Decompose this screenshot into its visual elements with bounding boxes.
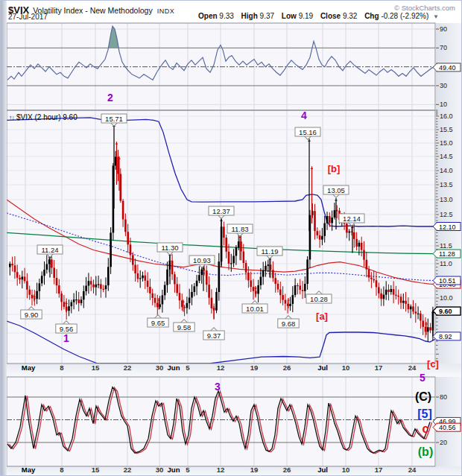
svg-text:9.65: 9.65 [151, 319, 165, 327]
x-label-15: 15 [92, 466, 100, 474]
change-direction-icon: ▼ [433, 13, 439, 20]
chart-date: 27-Jul-2017 [8, 13, 48, 21]
y-tick-12.5: 12.5 [440, 211, 453, 218]
y-tick-80: 80 [440, 393, 447, 401]
svg-text:11.83: 11.83 [231, 225, 248, 233]
svg-text:49.40: 49.40 [439, 64, 456, 72]
svg-text:10.51: 10.51 [439, 277, 456, 285]
change-value: -0.28 (-2.92%) [381, 12, 428, 20]
open-label: Open [198, 12, 218, 20]
x-label-5: 5 [186, 466, 190, 474]
annotation-arrows-icon: ↑↓ [9, 114, 14, 121]
axis-value-box-11.28: 11.28 [433, 250, 461, 258]
axis-value-box-10.51: 10.51 [433, 276, 461, 285]
svg-text:9.90: 9.90 [25, 311, 39, 319]
svg-text:13.05: 13.05 [327, 186, 345, 194]
stockcharts-screenshot: 16.015.515.014.514.013.513.012.511.511.0… [0, 0, 462, 476]
y-tick-30: 30 [440, 82, 447, 89]
svg-text:10.28: 10.28 [310, 295, 328, 303]
svg-text:9.58: 9.58 [177, 323, 192, 331]
y-tick-13.5: 13.5 [440, 181, 453, 188]
x-label-30: 30 [156, 364, 164, 372]
x-label-17: 17 [375, 466, 383, 474]
wave-label-5: [5] [417, 407, 432, 420]
svg-text:9.60: 9.60 [439, 308, 452, 315]
x-label-12: 12 [217, 466, 225, 474]
wave-label-c: [c] [427, 358, 439, 369]
y-tick-11.5: 11.5 [440, 242, 452, 250]
wave-label-b: [b] [328, 163, 341, 174]
wave-label-c: c [423, 422, 429, 435]
x-label-May: May [22, 466, 36, 474]
x-label-17: 17 [375, 364, 383, 372]
x-label-22: 22 [124, 466, 132, 474]
price-panel-label: ↑↓$VIX (2 hour) 9.60 [9, 113, 77, 121]
x-axis-strip-middle [7, 364, 462, 377]
x-label-19: 19 [250, 466, 259, 474]
wave-label-4: 4 [301, 110, 307, 121]
svg-text:12.14: 12.14 [343, 215, 361, 223]
open-value: 9.33 [219, 12, 233, 20]
y-tick-15.0: 15.0 [440, 139, 453, 147]
wave-label-3: 3 [215, 381, 221, 393]
axis-value-box-8.92: 8.92 [433, 332, 461, 340]
x-axis-strip-bottom [7, 466, 462, 476]
svg-text:12.37: 12.37 [212, 207, 230, 215]
svg-text:10.01: 10.01 [246, 305, 264, 313]
stockcharts-credit: © StockCharts.com [394, 4, 455, 12]
axis-value-box-40.56: 40.56 [433, 423, 461, 431]
high-label: High [241, 12, 258, 20]
chart-canvas: 16.015.515.014.514.013.513.012.511.511.0… [1, 1, 462, 476]
x-label-30: 30 [156, 466, 164, 474]
wave-label-2: 2 [107, 92, 113, 104]
y-tick-11.0: 11.0 [440, 260, 452, 267]
x-label-May: May [22, 364, 36, 372]
x-label-5: 5 [186, 364, 190, 372]
y-tick-90: 90 [440, 25, 447, 33]
svg-text:9.56: 9.56 [60, 325, 74, 333]
wave-label-C: (C) [415, 390, 431, 403]
svg-text:9.37: 9.37 [207, 331, 221, 340]
x-label-22: 22 [124, 364, 132, 372]
x-label-26: 26 [283, 364, 291, 372]
wave-label-1: 1 [63, 332, 69, 344]
price-panel-label-text: $VIX (2 hour) 9.60 [16, 113, 77, 121]
y-tick-14.0: 14.0 [440, 167, 453, 174]
close-value: 9.32 [343, 12, 357, 20]
x-label-24: 24 [408, 466, 417, 474]
wave-label-5: 5 [420, 372, 425, 384]
x-label-Jul: Jul [317, 466, 328, 474]
axis-value-box-9.60: 9.60 [433, 307, 461, 315]
axis-value-box-rsi: 49.40 [433, 63, 461, 72]
y-tick-13.0: 13.0 [440, 196, 453, 203]
svg-text:11.19: 11.19 [261, 247, 278, 256]
quote-summary: Open 9.33 High 9.37 Low 9.19 Close 9.32 … [193, 12, 439, 20]
svg-text:40.56: 40.56 [439, 424, 456, 431]
panel-backgrounds [7, 23, 462, 476]
y-tick-20: 20 [440, 439, 447, 446]
x-label-19: 19 [250, 364, 259, 372]
chart-title: Volatility Index - New Methodology [33, 6, 153, 15]
low-label: Low [282, 12, 297, 20]
high-value: 9.37 [260, 12, 274, 20]
x-label-10: 10 [342, 364, 350, 372]
x-label-26: 26 [283, 466, 291, 474]
y-tick-10.0: 10.0 [440, 294, 453, 302]
svg-text:15.71: 15.71 [105, 115, 123, 123]
svg-text:9.68: 9.68 [282, 320, 296, 328]
svg-text:15.16: 15.16 [299, 128, 317, 136]
y-tick-10: 10 [440, 101, 447, 108]
svg-text:8.92: 8.92 [439, 333, 452, 340]
wave-label-a: [a] [316, 311, 328, 322]
low-value: 9.19 [299, 12, 313, 20]
x-label-10: 10 [342, 466, 350, 474]
svg-text:11.28: 11.28 [439, 250, 455, 258]
y-tick-70: 70 [440, 44, 447, 51]
svg-text:11.30: 11.30 [161, 244, 178, 252]
y-tick-16.0: 16.0 [440, 112, 453, 120]
x-label-Jul: Jul [317, 364, 328, 372]
y-tick-14.5: 14.5 [440, 153, 453, 160]
wave-label-b: (b) [418, 445, 433, 458]
y-tick-15.5: 15.5 [440, 126, 453, 133]
x-label-15: 15 [92, 364, 100, 372]
